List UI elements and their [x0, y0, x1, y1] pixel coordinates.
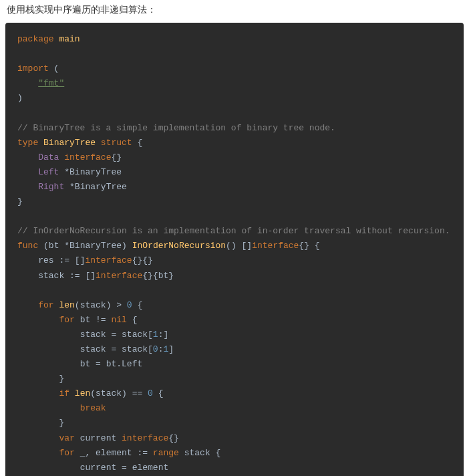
kw-for-range: for — [59, 448, 74, 458]
bt-left: bt = bt.Left — [80, 359, 143, 369]
kw-if: if — [59, 388, 69, 398]
stack-slice-1b: :] — [158, 330, 169, 340]
num-zero-2: 0 — [153, 344, 158, 354]
res-end: {}{} — [132, 255, 153, 265]
for-cond-2: bt != — [75, 315, 112, 325]
ifc-empty: {} — [111, 152, 122, 162]
kw-range: range — [153, 448, 179, 458]
field-right: Right — [38, 182, 64, 192]
brace-if: { — [153, 388, 164, 398]
kw-package: package — [17, 34, 54, 44]
num-one-1: 1 — [153, 330, 158, 340]
stack-slice-1a: stack = stack[ — [80, 330, 153, 340]
kw-interface-cur: interface — [122, 433, 168, 443]
func-params: () [] — [226, 241, 252, 251]
code-block: package main import ( "fmt" ) // BinaryT… — [5, 23, 464, 476]
brace-for-1: { — [132, 300, 143, 310]
description-text: 使用栈实现中序遍历的非递归算法： — [0, 0, 469, 23]
field-data: Data — [38, 152, 59, 162]
kw-func: func — [17, 241, 38, 251]
if-cond: (stack) == — [90, 388, 148, 398]
type-ptr-left: *BinaryTree — [64, 167, 122, 177]
var-end: {} — [168, 433, 179, 443]
field-left: Left — [38, 167, 59, 177]
var-current: current — [75, 433, 122, 443]
func-receiver: (bt *BinaryTree) — [43, 241, 127, 251]
paren-open: ( — [49, 64, 59, 74]
kw-type: type — [17, 138, 38, 148]
for-cond-1: (stack) > — [75, 300, 127, 310]
stack-slice-2a: stack = stack[ — [80, 344, 153, 354]
import-fmt: "fmt" — [38, 78, 64, 88]
comment-binarytree: // BinaryTree is a simple implementation… — [17, 123, 335, 133]
kw-interface-stack: interface — [96, 271, 142, 281]
range-vars: _, element := — [75, 448, 153, 458]
range-end: stack { — [179, 448, 220, 458]
kw-interface-ret: interface — [252, 241, 299, 251]
brace-open: { — [132, 138, 143, 148]
num-zero-1: 0 — [127, 300, 132, 310]
brace-close-if: } — [59, 418, 64, 428]
stack-decl: stack := [] — [38, 271, 96, 281]
pkg-main: main — [59, 34, 80, 44]
fn-len-2: len — [75, 388, 90, 398]
stack-end: {}{bt} — [142, 271, 174, 281]
func-end: {} { — [299, 241, 319, 251]
kw-import: import — [17, 64, 49, 74]
type-binarytree: BinaryTree — [43, 138, 96, 148]
type-ptr-right: *BinaryTree — [69, 182, 127, 192]
paren-close: ) — [17, 93, 23, 103]
kw-for-outer: for — [38, 300, 53, 310]
brace-close-inner: } — [59, 374, 64, 384]
kw-interface: interface — [64, 152, 111, 162]
kw-interface-res: interface — [85, 255, 132, 265]
num-zero-3: 0 — [148, 388, 153, 398]
kw-break: break — [80, 403, 106, 413]
kw-struct: struct — [101, 138, 132, 148]
kw-for-inner: for — [59, 315, 74, 325]
func-inorder: InOrderNoRecursion — [132, 241, 226, 251]
kw-var: var — [59, 433, 74, 443]
comment-inorder: // InOrderNoRecursion is an implementati… — [17, 226, 450, 236]
kw-nil: nil — [111, 315, 126, 325]
fn-len-1: len — [59, 300, 74, 310]
code-pre: package main import ( "fmt" ) // BinaryT… — [17, 32, 452, 476]
brace-for-2: { — [127, 315, 138, 325]
current-assign: current = element — [80, 463, 169, 473]
stack-slice-2b: ] — [168, 344, 174, 354]
brace-close: } — [17, 197, 23, 207]
res-decl: res := [] — [38, 255, 85, 265]
